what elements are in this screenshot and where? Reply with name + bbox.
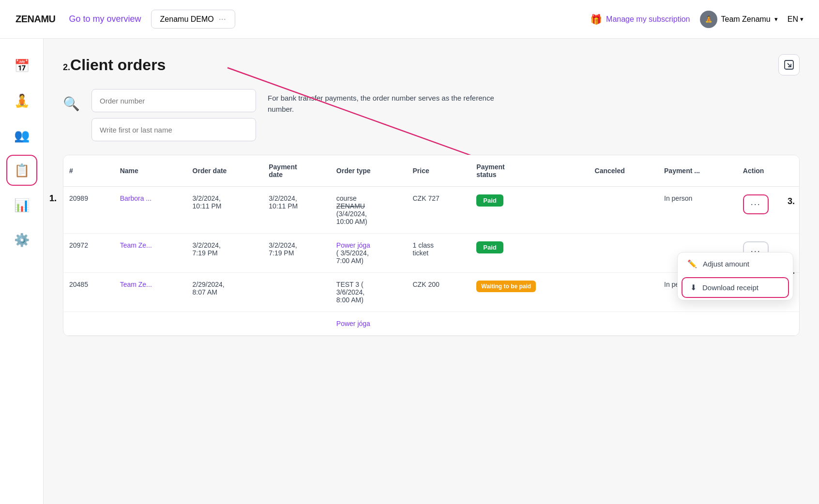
svg-line-1 bbox=[788, 63, 791, 67]
orders-table-container: # Name Order date Paymentdate Order type… bbox=[63, 155, 800, 336]
cell-canceled bbox=[589, 273, 658, 312]
cell-status: Paid bbox=[470, 234, 589, 273]
team-menu[interactable]: 🧘 Team Zenamu ▾ bbox=[700, 11, 778, 28]
status-badge: Waiting to be paid bbox=[476, 281, 536, 292]
cell-id: 20972 bbox=[63, 234, 114, 273]
cell-action: ··· bbox=[737, 187, 799, 234]
cell-id: 20989 bbox=[63, 187, 114, 234]
cell-order-date: 3/2/2024,10:11 PM bbox=[187, 187, 263, 234]
order-number-input[interactable] bbox=[91, 89, 256, 112]
search-info: For bank transfer payments, the order nu… bbox=[268, 89, 494, 115]
cell-id: 20485 bbox=[63, 273, 114, 312]
layout: 📅 🧘 👥 📋 📊 ⚙️ 2.Client orders 🔍 bbox=[0, 39, 819, 504]
col-number: # bbox=[63, 155, 114, 187]
cell-status: Paid bbox=[470, 187, 589, 234]
cell-order-date bbox=[187, 312, 263, 336]
annotation-label-1: 1. bbox=[49, 193, 57, 204]
annotation-label-3: 3. bbox=[788, 196, 795, 207]
col-price: Price bbox=[407, 155, 471, 187]
table-row: Power jóga bbox=[63, 312, 799, 336]
yoga-icon: 🧘 bbox=[14, 93, 30, 108]
calendar-icon: 📅 bbox=[14, 59, 30, 74]
col-canceled: Canceled bbox=[589, 155, 658, 187]
cell-order-type: course ZENAMU (3/4/2024,10:00 AM) bbox=[331, 187, 407, 234]
cell-action bbox=[737, 312, 799, 336]
action-menu-button[interactable]: ··· bbox=[743, 194, 769, 214]
cell-price: 1 classticket bbox=[407, 234, 471, 273]
col-payment-method: Payment ... bbox=[658, 155, 737, 187]
col-action: Action bbox=[737, 155, 799, 187]
cell-order-type[interactable]: Power jóga bbox=[331, 312, 407, 336]
main-content: 2.Client orders 🔍 For bank transfer paym… bbox=[44, 39, 819, 504]
cell-order-date: 3/2/2024,7:19 PM bbox=[187, 234, 263, 273]
cell-id bbox=[63, 312, 114, 336]
adjust-icon: ✏️ bbox=[687, 259, 697, 268]
table-header: # Name Order date Paymentdate Order type… bbox=[63, 155, 799, 187]
gift-icon: 🎁 bbox=[590, 14, 602, 25]
col-order-type: Order type bbox=[331, 155, 407, 187]
search-icon: 🔍 bbox=[63, 96, 80, 112]
cell-name[interactable]: Barbora ... bbox=[114, 187, 187, 234]
overview-link[interactable]: Go to my overview bbox=[69, 14, 141, 24]
export-button[interactable] bbox=[778, 54, 800, 75]
clients-icon: 👥 bbox=[14, 128, 30, 143]
col-order-date: Order date bbox=[187, 155, 263, 187]
cell-payment-method bbox=[658, 312, 737, 336]
cell-canceled bbox=[589, 187, 658, 234]
cell-price: CZK 727 bbox=[407, 187, 471, 234]
sidebar-item-clients[interactable]: 👥 bbox=[6, 120, 37, 151]
cell-name bbox=[114, 312, 187, 336]
cell-canceled bbox=[589, 234, 658, 273]
name-search-input[interactable] bbox=[91, 118, 256, 141]
avatar: 🧘 bbox=[700, 11, 717, 28]
cell-name[interactable]: Team Ze... bbox=[114, 234, 187, 273]
cell-order-date: 2/29/2024,8:07 AM bbox=[187, 273, 263, 312]
language-selector[interactable]: EN ▾ bbox=[788, 15, 804, 24]
settings-icon: ⚙️ bbox=[14, 233, 30, 248]
cell-payment-date bbox=[263, 312, 331, 336]
table-row: 20989 Barbora ... 3/2/2024,10:11 PM 3/2/… bbox=[63, 187, 799, 234]
adjust-amount-item[interactable]: ✏️ Adjust amount bbox=[678, 252, 793, 275]
sidebar-item-analytics[interactable]: 📊 bbox=[6, 190, 37, 221]
download-icon: ⬇ bbox=[690, 283, 697, 292]
cell-name[interactable]: Team Ze... bbox=[114, 273, 187, 312]
cell-status bbox=[470, 312, 589, 336]
col-name: Name bbox=[114, 155, 187, 187]
cell-payment-date: 3/2/2024,7:19 PM bbox=[263, 234, 331, 273]
sidebar: 📅 🧘 👥 📋 📊 ⚙️ bbox=[0, 39, 44, 504]
action-dropdown-menu: ✏️ Adjust amount ⬇ Download receipt bbox=[677, 252, 793, 300]
page-title: 2.Client orders bbox=[63, 56, 166, 74]
status-badge: Paid bbox=[476, 194, 503, 207]
orders-table: # Name Order date Paymentdate Order type… bbox=[63, 155, 799, 336]
cell-order-type[interactable]: Power jóga ( 3/5/2024,7:00 AM) bbox=[331, 234, 407, 273]
cell-price: CZK 200 bbox=[407, 273, 471, 312]
cell-payment-date bbox=[263, 273, 331, 312]
cell-canceled bbox=[589, 312, 658, 336]
sidebar-item-settings[interactable]: ⚙️ bbox=[6, 224, 37, 255]
status-badge: Paid bbox=[476, 241, 503, 253]
sidebar-item-yoga[interactable]: 🧘 bbox=[6, 85, 37, 116]
topbar: ZENAMU Go to my overview Zenamu DEMO ···… bbox=[0, 0, 819, 39]
demo-button[interactable]: Zenamu DEMO ··· bbox=[151, 10, 235, 29]
cell-payment-date: 3/2/2024,10:11 PM bbox=[263, 187, 331, 234]
download-receipt-item[interactable]: ⬇ Download receipt bbox=[682, 277, 789, 298]
page-header: 2.Client orders bbox=[63, 54, 800, 75]
search-inputs bbox=[91, 89, 256, 141]
analytics-icon: 📊 bbox=[14, 198, 30, 213]
sidebar-item-orders[interactable]: 📋 bbox=[6, 155, 37, 186]
subscription-link[interactable]: 🎁 Manage my subscription bbox=[590, 14, 690, 25]
cell-payment-method: In person bbox=[658, 187, 737, 234]
sidebar-item-calendar[interactable]: 📅 bbox=[6, 50, 37, 81]
cell-price bbox=[407, 312, 471, 336]
col-payment-date: Paymentdate bbox=[263, 155, 331, 187]
table-wrapper: 1. # Name Order date Paymen bbox=[63, 155, 800, 336]
search-icon-container: 🔍 bbox=[63, 89, 80, 112]
chevron-down-icon: ▾ bbox=[774, 15, 778, 23]
orders-icon: 📋 bbox=[14, 163, 30, 178]
logo: ZENAMU bbox=[15, 14, 56, 25]
cell-order-type: TEST 3 (3/6/2024,8:00 AM) bbox=[331, 273, 407, 312]
cell-status: Waiting to be paid bbox=[470, 273, 589, 312]
chevron-down-icon: ▾ bbox=[800, 15, 804, 23]
search-area: 🔍 For bank transfer payments, the order … bbox=[63, 89, 800, 141]
col-payment-status: Paymentstatus bbox=[470, 155, 589, 187]
